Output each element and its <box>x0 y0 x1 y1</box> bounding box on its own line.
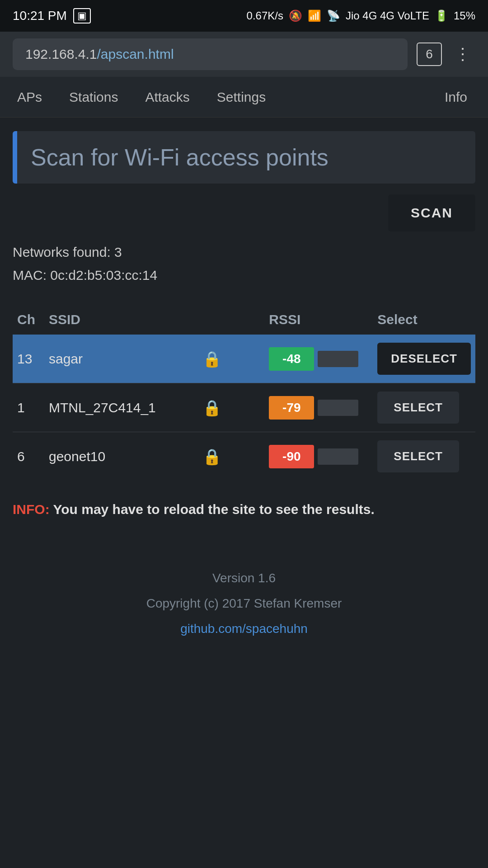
battery-percent: 15% <box>454 9 475 22</box>
footer: Version 1.6 Copyright (c) 2017 Stefan Kr… <box>13 566 475 664</box>
cell-rssi: -79 <box>264 383 373 432</box>
cell-ch: 6 <box>13 432 44 481</box>
col-header-ch: Ch <box>13 305 44 335</box>
nav-aps[interactable]: APs <box>13 77 56 118</box>
lock-icon: 🔒 <box>198 335 264 383</box>
nav-stations[interactable]: Stations <box>56 77 131 118</box>
rssi-badge: -48 <box>269 347 314 371</box>
footer-link[interactable]: github.com/spacehuhn <box>180 622 308 636</box>
nav-attacks[interactable]: Attacks <box>131 77 203 118</box>
page-content: Scan for Wi-Fi access points SCAN Networ… <box>0 131 488 664</box>
select-button[interactable]: SELECT <box>377 440 459 472</box>
col-header-select: Select <box>373 305 475 335</box>
status-bar: 10:21 PM ▣ 0.67K/s 🔕 📶 📡 Jio 4G 4G VoLTE… <box>0 0 488 32</box>
url-bar[interactable]: 192.168.4.1/apscan.html <box>13 38 408 70</box>
network-speed: 0.67K/s <box>247 9 283 22</box>
lock-icon: 🔒 <box>198 383 264 432</box>
col-header-ssid: SSID <box>44 305 198 335</box>
nav-settings[interactable]: Settings <box>203 77 279 118</box>
nav-bar: APs Stations Attacks Settings Info <box>0 77 488 118</box>
info-label: INFO: <box>13 502 50 517</box>
rssi-badge: -90 <box>269 445 314 468</box>
scan-button[interactable]: SCAN <box>388 194 475 231</box>
url-path: /apscan.html <box>97 47 174 62</box>
info-notice: INFO: You may have to reload the site to… <box>13 499 475 520</box>
select-button[interactable]: SELECT <box>377 392 459 424</box>
browser-bar: 192.168.4.1/apscan.html 6 ⋮ <box>0 32 488 77</box>
rssi-badge: -79 <box>269 396 314 420</box>
cell-ch: 1 <box>13 383 44 432</box>
cell-rssi: -48 <box>264 335 373 383</box>
cell-ch: 13 <box>13 335 44 383</box>
tab-count[interactable]: 6 <box>417 42 442 66</box>
col-header-rssi: RSSI <box>264 305 373 335</box>
cell-action: SELECT <box>373 383 475 432</box>
deselect-button[interactable]: DESELECT <box>377 343 471 375</box>
app-icon: ▣ <box>73 8 91 24</box>
scan-row: SCAN <box>13 194 475 231</box>
battery-icon: 🔋 <box>435 9 448 22</box>
cell-ssid: geonet10 <box>44 432 198 481</box>
wifi-icon: 📶 <box>308 9 321 22</box>
mac-address: MAC: 0c:d2:b5:03:cc:14 <box>13 264 475 287</box>
networks-info: Networks found: 3 MAC: 0c:d2:b5:03:cc:14 <box>13 241 475 287</box>
table-row: 6geonet10🔒-90SELECT <box>13 432 475 481</box>
page-heading: Scan for Wi-Fi access points <box>13 131 475 184</box>
nav-info[interactable]: Info <box>436 77 475 118</box>
col-header-lock <box>198 305 264 335</box>
cell-ssid: sagar <box>44 335 198 383</box>
heading-accent <box>13 131 17 184</box>
cell-ssid: MTNL_27C414_1 <box>44 383 198 432</box>
page-title: Scan for Wi-Fi access points <box>17 131 342 184</box>
info-body: You may have to reload the site to see t… <box>50 502 375 517</box>
lock-icon: 🔒 <box>198 432 264 481</box>
footer-version: Version 1.6 <box>13 566 475 591</box>
networks-found: Networks found: 3 <box>13 241 475 264</box>
status-time: 10:21 PM <box>13 9 67 23</box>
rssi-bar <box>318 351 358 367</box>
mute-icon: 🔕 <box>289 9 302 22</box>
ap-table: Ch SSID RSSI Select 13sagar🔒-48DESELECT1… <box>13 305 475 481</box>
signal-icon: 📡 <box>327 9 340 22</box>
carrier-label: Jio 4G 4G VoLTE <box>346 9 429 22</box>
footer-copyright: Copyright (c) 2017 Stefan Kremser <box>13 591 475 616</box>
cell-action: SELECT <box>373 432 475 481</box>
table-row: 1MTNL_27C414_1🔒-79SELECT <box>13 383 475 432</box>
browser-menu-button[interactable]: ⋮ <box>451 45 475 64</box>
url-base: 192.168.4.1 <box>25 47 97 62</box>
table-row: 13sagar🔒-48DESELECT <box>13 335 475 383</box>
rssi-bar <box>318 400 358 416</box>
cell-action: DESELECT <box>373 335 475 383</box>
rssi-bar <box>318 448 358 465</box>
cell-rssi: -90 <box>264 432 373 481</box>
